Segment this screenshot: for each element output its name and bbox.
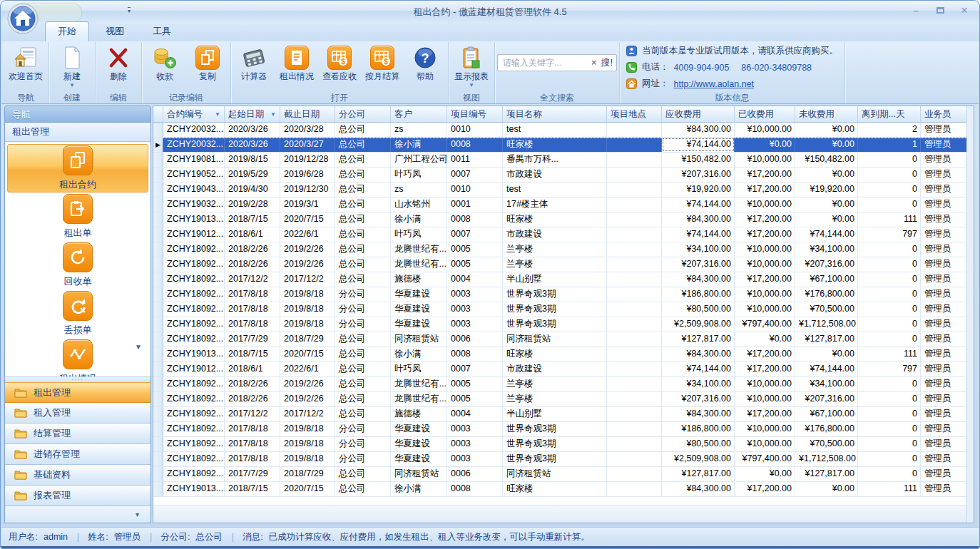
table-row[interactable]: ▶ZCHY20032...2020/3/262020/3/27总公司徐小满000… [153, 138, 967, 153]
minimize-button[interactable]: – [909, 4, 922, 16]
contract-grid: 合约编号▼起始日期▼截止日期分公司客户项目编号项目名称项目地点应收费用已收费用未… [153, 106, 967, 523]
column-header[interactable]: 分公司 [335, 106, 391, 122]
folder-item-inventory-management[interactable]: 进销存管理 [5, 444, 150, 465]
table-cell: 2019/8/18 [280, 317, 335, 332]
column-header[interactable]: 项目地点 [607, 106, 662, 122]
folder-item-rent-out-management[interactable]: 租出管理 [5, 382, 150, 403]
column-header[interactable]: 业务员 [921, 106, 967, 122]
app-home-button[interactable] [6, 2, 39, 35]
table-row[interactable]: ZCHY18092...2017/12/22017/12/2总公司施德楼0004… [153, 407, 967, 422]
calculator-button[interactable]: 计算器 [233, 43, 275, 81]
column-header[interactable]: 离到期...天 [858, 106, 921, 122]
quick-access-dropdown-icon[interactable]: ▾ [128, 7, 131, 14]
help-button[interactable]: ? 帮助 [404, 43, 446, 81]
column-header[interactable]: 应收费用 [662, 106, 735, 122]
table-row[interactable]: ZCHY19013...2018/7/152020/7/15总公司徐小满0008… [153, 212, 967, 227]
new-button[interactable]: 新建 ▼ [51, 43, 93, 88]
column-header[interactable]: 未收费用 [795, 106, 858, 122]
table-row[interactable]: ZCHY18092...2017/8/182019/8/18分公司华夏建设000… [153, 437, 967, 452]
column-header[interactable]: 项目名称 [503, 106, 607, 122]
table-row[interactable]: ZCHY18092...2017/8/182019/8/18分公司华夏建设000… [153, 317, 967, 332]
table-row[interactable]: ZCHY18092...2018/2/262019/2/26总公司龙腾世纪有..… [153, 257, 967, 272]
table-row[interactable]: ZCHY19012...2018/6/12022/6/1总公司叶巧凤0007市政… [153, 227, 967, 242]
table-cell: 徐小满 [391, 138, 447, 152]
table-row[interactable]: ZCHY19043...2019/4/302019/12/30总公司zs0010… [153, 183, 967, 197]
table-cell: 0008 [447, 212, 503, 227]
table-row[interactable]: ZCHY19032...2019/2/282019/3/1总公司山水铭州0001… [153, 197, 967, 212]
table-row[interactable]: ZCHY19013...2018/7/152020/7/15总公司徐小满0008… [153, 482, 967, 497]
column-filter-icon[interactable]: ▼ [270, 111, 276, 118]
table-row[interactable]: ZCHY18092...2017/8/182019/8/18分公司华夏建设000… [153, 452, 967, 467]
sidebar-item-label: 租出单 [64, 227, 92, 240]
table-cell: ¥2,509,908.00 [662, 317, 735, 332]
sidebar-item-recycle-order[interactable]: 回收单 [7, 241, 148, 289]
sidebar-splitter-handle[interactable]: •••• [5, 376, 150, 382]
search-go-button[interactable]: 搜! [601, 56, 613, 69]
clear-search-icon[interactable]: × [591, 58, 596, 68]
table-cell: 2017/12/2 [225, 272, 280, 287]
copy-button[interactable]: 复制 [187, 43, 228, 81]
table-row[interactable]: ZCHY18092...2017/8/182019/8/18分公司华夏建设000… [153, 422, 967, 437]
table-cell: ¥74,144.00 [795, 362, 858, 376]
chevron-down-icon[interactable]: ▾ [136, 510, 139, 518]
folder-item-settlement-management[interactable]: 结算管理 [5, 424, 150, 444]
table-row[interactable]: ZCHY20032...2020/3/262020/3/28总公司zs0010t… [153, 123, 967, 138]
website-link[interactable]: http://www.aolan.net [674, 79, 755, 89]
tab-tools[interactable]: 工具 [141, 22, 183, 41]
table-row[interactable]: ZCHY18092...2017/12/22017/12/2总公司施德楼0004… [153, 272, 967, 287]
table-cell: 797 [858, 362, 921, 376]
column-filter-icon[interactable]: ▼ [215, 111, 220, 118]
collect-payment-button[interactable]: 收款 [144, 43, 185, 81]
column-header[interactable]: 客户 [391, 106, 447, 122]
tab-view[interactable]: 视图 [93, 22, 136, 41]
sidebar-scroll-down-icon[interactable]: ▼ [135, 343, 142, 351]
folder-item-report-management[interactable]: 报表管理 [5, 486, 150, 506]
table-row[interactable]: ZCHY18092...2017/8/182019/8/18分公司华夏建设000… [153, 287, 967, 302]
table-cell: 管理员 [921, 392, 967, 406]
table-cell: ¥127,817.00 [795, 467, 858, 481]
table-cell: 2019/8/15 [225, 153, 280, 167]
table-row[interactable]: ZCHY18092...2018/2/262019/2/26总公司龙腾世纪有..… [153, 242, 967, 257]
table-cell: 0008 [447, 482, 503, 496]
column-header[interactable]: 项目编号 [447, 106, 503, 122]
maximize-button[interactable] [934, 4, 946, 16]
table-row[interactable]: ZCHY18092...2017/8/182019/8/18分公司华夏建设000… [153, 302, 967, 317]
table-row[interactable]: ZCHY19013...2018/7/152020/7/15总公司徐小满0008… [153, 347, 967, 362]
sidebar-item-rent-out-order[interactable]: 租出单 [7, 193, 148, 241]
table-cell: ¥74,144.00 [662, 227, 735, 242]
column-header[interactable]: 起始日期▼ [225, 106, 280, 122]
table-row[interactable]: ZCHY19081...2019/8/152019/12/28总公司广州工程公司… [153, 153, 967, 168]
column-header[interactable]: 截止日期 [280, 106, 335, 122]
welcome-home-button[interactable]: 欢迎首页 [5, 43, 46, 81]
table-row[interactable]: ZCHY18092...2017/7/292018/7/29总公司同济租赁站00… [153, 332, 967, 347]
monthly-settle-button[interactable]: $ 按月结算 [362, 43, 403, 81]
rent-status-button[interactable]: 租出情况 [276, 43, 317, 81]
table-row[interactable]: ZCHY19052...2019/5/292019/6/28总公司叶巧凤0007… [153, 168, 967, 183]
search-input[interactable] [501, 57, 590, 68]
table-cell: 总公司 [335, 227, 391, 242]
sidebar-item-rent-trend[interactable]: 租出情况 [7, 338, 148, 376]
column-header[interactable]: 已收费用 [735, 106, 795, 122]
column-header[interactable]: 合约编号▼ [163, 106, 225, 122]
table-cell: 2020/3/26 [225, 138, 280, 152]
table-cell: 2017/8/18 [225, 422, 280, 436]
close-button[interactable]: ✕ [958, 4, 971, 16]
vertical-scrollbar[interactable] [966, 106, 974, 523]
table-cell: ¥186,800.00 [662, 287, 735, 302]
sidebar-item-rent-contract[interactable]: 租出合约 [7, 144, 148, 193]
table-row[interactable]: ZCHY18092...2018/2/262019/2/26总公司龙腾世纪有..… [153, 392, 967, 407]
show-report-button[interactable]: 显示报表 ▼ [451, 43, 492, 88]
row-indicator [153, 212, 163, 227]
folder-item-basic-data[interactable]: 基础资料 [5, 465, 150, 486]
folder-item-rent-in-management[interactable]: 租入管理 [5, 403, 150, 424]
table-row[interactable]: ZCHY18092...2017/7/292018/7/29总公司同济租赁站00… [153, 467, 967, 482]
table-cell: ¥74,144.00 [662, 362, 735, 376]
table-cell [607, 437, 662, 451]
table-row[interactable]: ZCHY18092...2018/2/262019/2/26总公司龙腾世纪有..… [153, 377, 967, 392]
table-cell: 总公司 [335, 197, 391, 212]
delete-button[interactable]: 删除 [98, 43, 139, 81]
tab-start[interactable]: 开始 [45, 21, 89, 41]
table-row[interactable]: ZCHY19012...2018/6/12022/6/1总公司叶巧凤0007市政… [153, 362, 967, 377]
view-receivable-button[interactable]: $ 查看应收 [319, 43, 360, 81]
sidebar-item-loss-order[interactable]: 丢损单 [7, 289, 148, 338]
